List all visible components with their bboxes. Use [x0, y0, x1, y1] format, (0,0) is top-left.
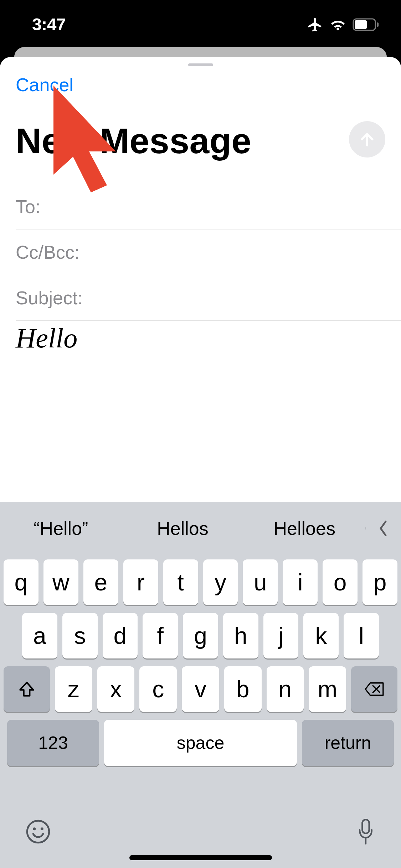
key-q[interactable]: q	[4, 559, 38, 605]
emoji-icon	[25, 818, 51, 845]
message-body[interactable]: Hello	[16, 322, 385, 354]
key-r[interactable]: r	[123, 559, 158, 605]
keyboard: “Hello” Hellos Helloes q w e r t y u i o…	[0, 502, 401, 868]
key-c[interactable]: c	[139, 666, 177, 712]
key-g[interactable]: g	[183, 613, 218, 658]
microphone-icon	[355, 817, 376, 846]
suggestion-2[interactable]: Hellos	[122, 518, 244, 539]
key-row-4: 123 space return	[4, 720, 397, 766]
svg-rect-6	[362, 820, 369, 833]
backspace-key[interactable]	[351, 666, 397, 712]
svg-rect-1	[355, 20, 367, 29]
suggestion-1[interactable]: “Hello”	[0, 518, 122, 539]
key-l[interactable]: l	[344, 613, 379, 658]
key-row-3: z x c v b n m	[4, 666, 397, 712]
svg-point-4	[33, 827, 36, 830]
airplane-mode-icon	[307, 16, 323, 33]
key-p[interactable]: p	[363, 559, 397, 605]
svg-rect-2	[377, 22, 379, 27]
body-text: Hello	[16, 322, 385, 354]
key-y[interactable]: y	[203, 559, 238, 605]
key-row-2: a s d f g h j k l	[4, 613, 397, 658]
battery-icon	[353, 18, 380, 31]
shift-key[interactable]	[4, 666, 50, 712]
key-d[interactable]: d	[103, 613, 138, 658]
arrow-up-icon	[358, 130, 376, 148]
key-x[interactable]: x	[97, 666, 135, 712]
key-z[interactable]: z	[55, 666, 92, 712]
key-n[interactable]: n	[267, 666, 304, 712]
key-e[interactable]: e	[83, 559, 118, 605]
status-bar: 3:47	[0, 0, 401, 47]
sheet-grabber[interactable]	[188, 63, 213, 66]
key-s[interactable]: s	[62, 613, 98, 658]
send-button[interactable]	[349, 121, 385, 157]
svg-point-5	[41, 827, 43, 830]
key-row-1: q w e r t y u i o p	[4, 559, 397, 605]
wifi-icon	[330, 18, 346, 31]
suggestion-3[interactable]: Helloes	[243, 518, 365, 539]
key-k[interactable]: k	[303, 613, 339, 658]
backspace-icon	[364, 682, 385, 697]
key-v[interactable]: v	[182, 666, 219, 712]
key-w[interactable]: w	[43, 559, 78, 605]
pointer-cursor-overlay	[39, 82, 139, 205]
status-time: 3:47	[32, 15, 66, 34]
key-j[interactable]: j	[263, 613, 299, 658]
space-key[interactable]: space	[104, 720, 297, 766]
subject-label: Subject:	[16, 287, 83, 309]
key-b[interactable]: b	[224, 666, 262, 712]
key-f[interactable]: f	[143, 613, 178, 658]
svg-point-3	[27, 821, 49, 843]
suggestion-expand[interactable]	[365, 520, 401, 537]
key-i[interactable]: i	[283, 559, 318, 605]
suggestion-bar: “Hello” Hellos Helloes	[0, 502, 401, 555]
subject-field[interactable]: Subject:	[16, 275, 401, 321]
home-indicator[interactable]	[129, 855, 272, 860]
ccbcc-label: Cc/Bcc:	[16, 242, 79, 263]
return-key[interactable]: return	[302, 720, 394, 766]
status-icons	[307, 16, 380, 33]
chevron-left-icon	[377, 520, 389, 537]
key-m[interactable]: m	[309, 666, 346, 712]
key-o[interactable]: o	[323, 559, 358, 605]
shift-icon	[18, 680, 36, 698]
mode-key[interactable]: 123	[7, 720, 99, 766]
key-u[interactable]: u	[243, 559, 278, 605]
dictation-button[interactable]	[355, 817, 376, 847]
to-label: To:	[16, 196, 40, 217]
key-h[interactable]: h	[223, 613, 258, 658]
emoji-button[interactable]	[25, 818, 51, 846]
key-t[interactable]: t	[163, 559, 198, 605]
key-a[interactable]: a	[22, 613, 57, 658]
ccbcc-field[interactable]: Cc/Bcc:	[16, 229, 401, 275]
